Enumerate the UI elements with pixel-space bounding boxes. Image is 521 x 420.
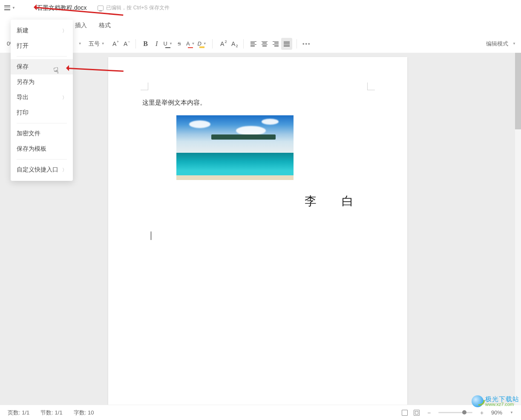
status-label: 节数: [40,409,53,416]
document-signature[interactable]: 李 白 [305,193,365,209]
menu-label: 自定义快捷入口 [17,166,58,174]
caret-down-icon: ▼ [510,411,513,414]
chevron-right-icon: 〉 [62,94,67,101]
zoom-slider-knob[interactable] [462,410,466,414]
separator [17,159,67,160]
caret-down-icon: ▼ [169,42,173,46]
subscript-button[interactable]: A2 [228,38,239,50]
italic-icon: I [155,40,158,48]
superscript-button[interactable]: A2 [217,38,228,50]
menu-label: 加密文件 [17,130,40,137]
fit-width-icon[interactable] [414,410,420,416]
strikethrough-button[interactable]: S [174,38,185,50]
fit-page-icon[interactable] [402,410,408,416]
more-icon: ••• [302,40,311,47]
status-words: 字数: 10 [74,409,94,417]
status-pages: 页数: 1/1 [8,409,29,417]
status-sections: 节数: 1/1 [40,409,62,417]
caret-down-icon: ▼ [512,42,516,46]
menu-label: 导出 [17,94,29,101]
app-menu-button[interactable]: ▼ [3,2,16,14]
status-label: 页数: [8,409,20,416]
hamburger-icon [4,6,10,10]
bold-button[interactable]: B [140,38,151,50]
decrease-font-icon: A− [124,40,127,47]
title-bar: ▼ 石墨文档教程.docx 已编辑，按 Ctrl+S 保存文件 [0,0,521,16]
status-value: 10 [88,409,94,416]
menu-bar: 插入 格式 [0,16,521,35]
menu-label: 保存为模板 [17,145,46,153]
caret-down-icon: ▼ [203,42,207,46]
font-size-select[interactable]: 五号▼ [87,40,107,48]
highlight-button[interactable]: D▼ [196,38,207,50]
align-left-icon [250,41,256,46]
caret-down-icon: ▼ [12,6,15,10]
menu-item-encrypt[interactable]: 加密文件 [11,126,73,141]
superscript-icon: A2 [220,40,224,47]
status-bar: 页数: 1/1 节数: 1/1 字数: 10 − + 90% ▼ [0,405,521,420]
menu-item-print[interactable]: 打印 [11,105,73,120]
align-left-button[interactable] [248,38,259,50]
separator [212,39,213,49]
increase-font-icon: A+ [112,40,116,47]
separator [243,39,244,49]
document-text[interactable]: 这里是举例文本内容。 [142,99,373,107]
menu-label: 新建 [17,27,29,34]
chevron-right-icon: 〉 [62,28,67,34]
text-cursor-icon [151,231,151,240]
vertical-scrollbar[interactable] [515,53,521,405]
zoom-percent[interactable]: 90% [491,409,502,416]
menu-insert[interactable]: 插入 [75,22,87,29]
status-value: 1/1 [55,409,63,416]
menu-item-save-template[interactable]: 保存为模板 [11,141,73,157]
bold-icon: B [143,40,148,48]
menu-item-open[interactable]: 打开 [11,38,73,54]
menu-item-new[interactable]: 新建 〉 [11,23,73,38]
font-color-button[interactable]: A▼ [185,38,196,50]
zoom-slider[interactable] [438,412,472,413]
caret-down-icon: ▼ [192,42,195,46]
menu-label: 打开 [17,42,29,50]
align-right-button[interactable] [270,38,281,50]
font-size-label: 五号 [89,40,100,48]
file-menu-dropdown: 新建 〉 打开 保存 另存为 导出 〉 打印 加密文件 保存为模板 自定义快捷入… [11,20,73,181]
document-image[interactable] [176,115,294,180]
decrease-font-button[interactable]: A− [120,38,131,50]
align-center-button[interactable] [259,38,270,50]
menu-item-custom-shortcut[interactable]: 自定义快捷入口 〉 [11,162,73,177]
font-color-icon: A [186,40,190,47]
caret-down-icon: ▼ [78,42,82,46]
separator [135,39,136,49]
underline-button[interactable]: U▼ [162,38,174,50]
menu-format[interactable]: 格式 [99,22,111,29]
document-canvas[interactable]: 这里是举例文本内容。 李 白 [0,53,515,405]
document-page[interactable]: 这里是举例文本内容。 李 白 [108,57,407,405]
align-justify-icon [284,41,290,46]
edit-mode-label: 编辑模式 [486,40,508,48]
strikethrough-icon: S [178,40,181,47]
underline-icon: U [164,40,167,47]
separator [17,123,67,123]
italic-button[interactable]: I [151,38,162,50]
menu-item-save-as[interactable]: 另存为 [11,74,73,90]
monitor-icon [98,6,104,11]
edit-mode-select[interactable]: 编辑模式 ▼ [486,40,516,48]
separator [17,56,67,57]
more-button[interactable]: ••• [301,38,312,50]
scrollbar-thumb[interactable] [515,53,521,129]
subscript-icon: A2 [231,40,235,47]
save-status-text: 已编辑，按 Ctrl+S 保存文件 [106,4,169,11]
status-value: 1/1 [22,409,29,416]
zoom-out-button[interactable]: − [426,409,432,416]
menu-label: 另存为 [17,78,35,86]
increase-font-button[interactable]: A+ [109,38,120,50]
save-status: 已编辑，按 Ctrl+S 保存文件 [98,4,169,11]
document-title: 石墨文档教程.docx [37,4,86,12]
menu-item-save[interactable]: 保存 [11,59,73,74]
zoom-in-button[interactable]: + [478,409,485,416]
menu-item-export[interactable]: 导出 〉 [11,90,73,105]
align-right-icon [273,41,279,46]
chevron-right-icon: 〉 [62,167,67,173]
align-justify-button[interactable] [281,38,292,50]
caret-down-icon: ▼ [101,42,105,46]
